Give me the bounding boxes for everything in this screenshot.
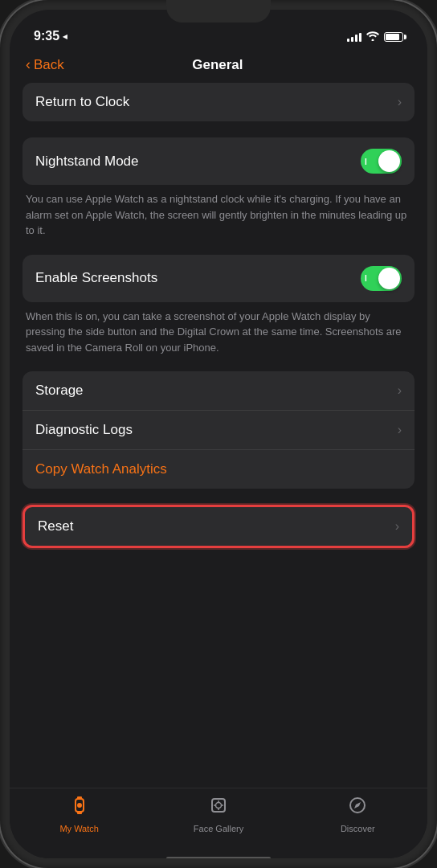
enable-screenshots-card: Enable Screenshots I — [22, 255, 415, 302]
location-icon: ◂ — [63, 31, 67, 42]
svg-point-5 — [215, 803, 221, 809]
battery-icon — [384, 32, 403, 42]
chevron-right-icon: › — [398, 95, 402, 109]
enable-screenshots-label: Enable Screenshots — [35, 270, 157, 286]
signal-icon — [347, 33, 361, 42]
discover-icon — [347, 795, 368, 821]
nightstand-mode-section: Nightstand Mode I You can use Apple Watc… — [22, 137, 415, 239]
tab-bar: My Watch Face Gallery — [10, 788, 427, 858]
diagnostic-logs-chevron-icon: › — [398, 423, 402, 437]
wifi-icon — [366, 31, 379, 43]
navigation-bar: ‹ Back General — [10, 50, 427, 83]
return-to-clock-label: Return to Clock — [35, 94, 129, 110]
face-gallery-icon — [208, 795, 229, 821]
nightstand-mode-label: Nightstand Mode — [35, 154, 139, 170]
diagnostic-logs-label: Diagnostic Logs — [35, 422, 133, 438]
diagnostics-card: Storage › Diagnostic Logs › Copy Watch A… — [22, 371, 415, 489]
diagnostic-logs-row[interactable]: Diagnostic Logs › — [22, 411, 415, 450]
status-icons — [347, 31, 403, 43]
main-content: Return to Clock › Nightstand Mode I — [10, 83, 427, 788]
storage-row[interactable]: Storage › — [22, 371, 415, 411]
status-time: 9:35 ◂ — [34, 29, 67, 43]
tab-my-watch[interactable]: My Watch — [10, 795, 149, 833]
copy-watch-analytics-row[interactable]: Copy Watch Analytics — [22, 450, 415, 489]
home-bar — [166, 857, 271, 858]
my-watch-icon — [69, 795, 90, 821]
my-watch-tab-label: My Watch — [59, 824, 99, 833]
return-to-clock-row[interactable]: Return to Clock › — [22, 83, 415, 121]
enable-screenshots-row[interactable]: Enable Screenshots I — [22, 255, 415, 302]
svg-rect-3 — [77, 811, 82, 814]
time-label: 9:35 — [34, 29, 59, 43]
nightstand-description: You can use Apple Watch as a nightstand … — [22, 185, 415, 239]
svg-marker-11 — [354, 802, 361, 809]
diagnostics-section: Storage › Diagnostic Logs › Copy Watch A… — [22, 371, 415, 489]
screenshots-description: When this is on, you can take a screensh… — [22, 302, 415, 356]
storage-label: Storage — [35, 383, 84, 399]
discover-tab-label: Discover — [341, 824, 375, 833]
tab-face-gallery[interactable]: Face Gallery — [149, 795, 288, 833]
phone-frame: 9:35 ◂ — [0, 0, 437, 868]
return-to-clock-card: Return to Clock › — [22, 83, 415, 121]
storage-chevron-icon: › — [398, 383, 402, 398]
toggle-label: I — [365, 157, 366, 166]
reset-card: Reset › — [22, 505, 415, 548]
battery-fill — [386, 34, 399, 40]
toggle-thumb — [378, 150, 400, 172]
enable-screenshots-section: Enable Screenshots I When this is on, yo… — [22, 255, 415, 356]
svg-rect-2 — [77, 796, 82, 800]
reset-label: Reset — [38, 518, 73, 534]
chevron-left-icon: ‹ — [26, 56, 31, 73]
back-label: Back — [34, 57, 64, 73]
nightstand-mode-card: Nightstand Mode I — [22, 137, 415, 185]
return-to-clock-section: Return to Clock › — [22, 83, 415, 121]
face-gallery-tab-label: Face Gallery — [194, 824, 243, 833]
back-button[interactable]: ‹ Back — [26, 56, 64, 73]
enable-screenshots-toggle[interactable]: I — [361, 266, 402, 291]
notch — [166, 0, 271, 23]
tab-discover[interactable]: Discover — [288, 795, 427, 833]
toggle-thumb-2 — [378, 268, 400, 289]
svg-point-1 — [77, 803, 82, 808]
nightstand-mode-row[interactable]: Nightstand Mode I — [22, 137, 415, 185]
nightstand-mode-toggle[interactable]: I — [361, 149, 402, 174]
reset-section: Reset › — [22, 505, 415, 548]
reset-chevron-icon: › — [395, 519, 399, 534]
copy-watch-analytics-label: Copy Watch Analytics — [35, 461, 167, 477]
reset-row[interactable]: Reset › — [25, 507, 412, 546]
toggle-label-2: I — [365, 274, 366, 283]
page-title: General — [64, 57, 371, 73]
phone-screen: 9:35 ◂ — [10, 10, 427, 858]
